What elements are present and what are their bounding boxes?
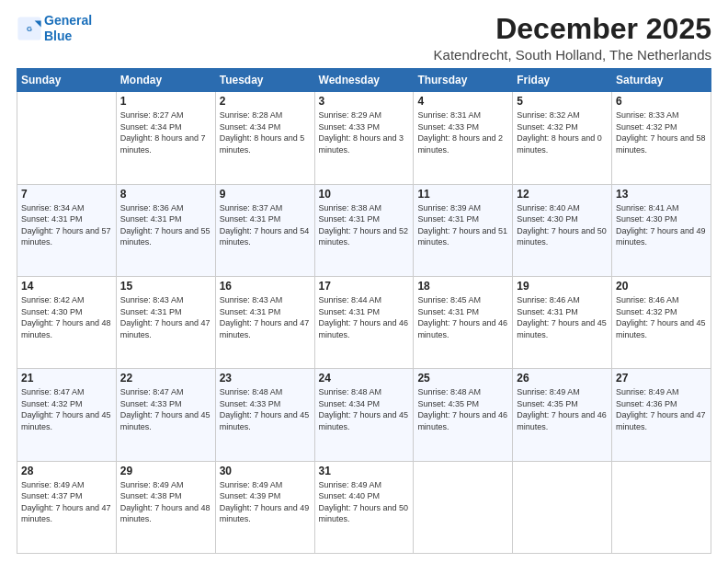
cell-sun-info: Sunrise: 8:27 AMSunset: 4:34 PMDaylight:… (120, 109, 211, 155)
cell-sun-info: Sunrise: 8:32 AMSunset: 4:32 PMDaylight:… (517, 109, 608, 155)
cell-sun-info: Sunrise: 8:49 AMSunset: 4:36 PMDaylight:… (616, 386, 707, 432)
title-block: December 2025 Katendrecht, South Holland… (434, 13, 711, 63)
calendar-cell: 30Sunrise: 8:49 AMSunset: 4:39 PMDayligh… (215, 461, 314, 553)
day-number: 18 (417, 280, 508, 293)
calendar-cell: 31Sunrise: 8:49 AMSunset: 4:40 PMDayligh… (314, 461, 414, 553)
day-number: 17 (319, 280, 410, 293)
cell-sun-info: Sunrise: 8:42 AMSunset: 4:30 PMDaylight:… (21, 294, 112, 340)
day-number: 30 (220, 465, 311, 477)
day-number: 1 (120, 95, 211, 108)
weekday-header-sunday: Sunday (17, 69, 117, 92)
cell-sun-info: Sunrise: 8:38 AMSunset: 4:31 PMDaylight:… (319, 202, 410, 248)
calendar-cell: 3Sunrise: 8:29 AMSunset: 4:33 PMDaylight… (314, 92, 414, 184)
day-number: 27 (616, 372, 707, 385)
day-number: 15 (120, 280, 211, 293)
page: G General Blue December 2025 Katendrecht… (0, 0, 728, 563)
weekday-header-row: SundayMondayTuesdayWednesdayThursdayFrid… (17, 69, 711, 92)
weekday-header-thursday: Thursday (414, 69, 513, 92)
cell-sun-info: Sunrise: 8:34 AMSunset: 4:31 PMDaylight:… (21, 202, 112, 248)
logo: G General Blue (17, 13, 92, 44)
day-number: 14 (21, 280, 112, 293)
calendar-cell: 28Sunrise: 8:49 AMSunset: 4:37 PMDayligh… (17, 461, 117, 553)
cell-sun-info: Sunrise: 8:49 AMSunset: 4:39 PMDaylight:… (220, 479, 311, 525)
day-number: 5 (517, 95, 608, 108)
weekday-header-friday: Friday (513, 69, 612, 92)
day-number: 11 (417, 188, 508, 201)
day-number: 8 (120, 188, 211, 201)
header: G General Blue December 2025 Katendrecht… (17, 13, 711, 63)
calendar-cell: 13Sunrise: 8:41 AMSunset: 4:30 PMDayligh… (612, 184, 711, 276)
weekday-header-tuesday: Tuesday (215, 69, 314, 92)
day-number: 3 (319, 95, 410, 108)
calendar-cell: 29Sunrise: 8:49 AMSunset: 4:38 PMDayligh… (116, 461, 215, 553)
day-number: 16 (220, 280, 311, 293)
cell-sun-info: Sunrise: 8:49 AMSunset: 4:38 PMDaylight:… (120, 479, 211, 525)
cell-sun-info: Sunrise: 8:46 AMSunset: 4:31 PMDaylight:… (517, 294, 608, 340)
calendar-cell: 8Sunrise: 8:36 AMSunset: 4:31 PMDaylight… (116, 184, 215, 276)
cell-sun-info: Sunrise: 8:28 AMSunset: 4:34 PMDaylight:… (220, 109, 311, 155)
logo-general: General (44, 13, 92, 28)
calendar-cell: 24Sunrise: 8:48 AMSunset: 4:34 PMDayligh… (314, 369, 414, 461)
day-number: 31 (319, 465, 410, 477)
day-number: 29 (120, 465, 211, 477)
calendar-cell: 25Sunrise: 8:48 AMSunset: 4:35 PMDayligh… (414, 369, 513, 461)
day-number: 12 (517, 188, 608, 201)
calendar-cell: 11Sunrise: 8:39 AMSunset: 4:31 PMDayligh… (414, 184, 513, 276)
calendar-cell: 20Sunrise: 8:46 AMSunset: 4:32 PMDayligh… (612, 276, 711, 368)
cell-sun-info: Sunrise: 8:40 AMSunset: 4:30 PMDaylight:… (517, 202, 608, 248)
calendar-cell: 16Sunrise: 8:43 AMSunset: 4:31 PMDayligh… (215, 276, 314, 368)
calendar-cell: 23Sunrise: 8:48 AMSunset: 4:33 PMDayligh… (215, 369, 314, 461)
calendar-cell: 12Sunrise: 8:40 AMSunset: 4:30 PMDayligh… (513, 184, 612, 276)
calendar-week-3: 14Sunrise: 8:42 AMSunset: 4:30 PMDayligh… (17, 276, 711, 368)
cell-sun-info: Sunrise: 8:44 AMSunset: 4:31 PMDaylight:… (319, 294, 410, 340)
weekday-header-saturday: Saturday (612, 69, 711, 92)
calendar-cell (17, 92, 117, 184)
calendar-week-2: 7Sunrise: 8:34 AMSunset: 4:31 PMDaylight… (17, 184, 711, 276)
calendar-cell: 2Sunrise: 8:28 AMSunset: 4:34 PMDaylight… (215, 92, 314, 184)
svg-text:G: G (27, 25, 32, 33)
cell-sun-info: Sunrise: 8:45 AMSunset: 4:31 PMDaylight:… (417, 294, 508, 340)
day-number: 2 (220, 95, 311, 108)
calendar-cell: 5Sunrise: 8:32 AMSunset: 4:32 PMDaylight… (513, 92, 612, 184)
day-number: 7 (21, 188, 112, 201)
cell-sun-info: Sunrise: 8:49 AMSunset: 4:35 PMDaylight:… (517, 386, 608, 432)
calendar-week-5: 28Sunrise: 8:49 AMSunset: 4:37 PMDayligh… (17, 461, 711, 553)
day-number: 26 (517, 372, 608, 385)
cell-sun-info: Sunrise: 8:37 AMSunset: 4:31 PMDaylight:… (220, 202, 311, 248)
cell-sun-info: Sunrise: 8:47 AMSunset: 4:32 PMDaylight:… (21, 386, 112, 432)
calendar-cell: 14Sunrise: 8:42 AMSunset: 4:30 PMDayligh… (17, 276, 117, 368)
day-number: 10 (319, 188, 410, 201)
calendar-cell: 4Sunrise: 8:31 AMSunset: 4:33 PMDaylight… (414, 92, 513, 184)
day-number: 19 (517, 280, 608, 293)
day-number: 24 (319, 372, 410, 385)
logo-blue: Blue (44, 29, 72, 43)
calendar-cell: 17Sunrise: 8:44 AMSunset: 4:31 PMDayligh… (314, 276, 414, 368)
day-number: 20 (616, 280, 707, 293)
calendar-cell: 26Sunrise: 8:49 AMSunset: 4:35 PMDayligh… (513, 369, 612, 461)
calendar-cell: 7Sunrise: 8:34 AMSunset: 4:31 PMDaylight… (17, 184, 117, 276)
cell-sun-info: Sunrise: 8:47 AMSunset: 4:33 PMDaylight:… (120, 386, 211, 432)
day-number: 25 (417, 372, 508, 385)
calendar-cell (612, 461, 711, 553)
calendar-cell: 18Sunrise: 8:45 AMSunset: 4:31 PMDayligh… (414, 276, 513, 368)
day-number: 13 (616, 188, 707, 201)
day-number: 4 (417, 95, 508, 108)
calendar-cell: 10Sunrise: 8:38 AMSunset: 4:31 PMDayligh… (314, 184, 414, 276)
cell-sun-info: Sunrise: 8:33 AMSunset: 4:32 PMDaylight:… (616, 109, 707, 155)
calendar-cell: 15Sunrise: 8:43 AMSunset: 4:31 PMDayligh… (116, 276, 215, 368)
calendar-cell: 21Sunrise: 8:47 AMSunset: 4:32 PMDayligh… (17, 369, 117, 461)
weekday-header-wednesday: Wednesday (314, 69, 414, 92)
cell-sun-info: Sunrise: 8:43 AMSunset: 4:31 PMDaylight:… (220, 294, 311, 340)
weekday-header-monday: Monday (116, 69, 215, 92)
day-number: 21 (21, 372, 112, 385)
calendar-cell: 22Sunrise: 8:47 AMSunset: 4:33 PMDayligh… (116, 369, 215, 461)
cell-sun-info: Sunrise: 8:48 AMSunset: 4:33 PMDaylight:… (220, 386, 311, 432)
cell-sun-info: Sunrise: 8:36 AMSunset: 4:31 PMDaylight:… (120, 202, 211, 248)
calendar-cell: 6Sunrise: 8:33 AMSunset: 4:32 PMDaylight… (612, 92, 711, 184)
calendar-week-1: 1Sunrise: 8:27 AMSunset: 4:34 PMDaylight… (17, 92, 711, 184)
cell-sun-info: Sunrise: 8:29 AMSunset: 4:33 PMDaylight:… (319, 109, 410, 155)
cell-sun-info: Sunrise: 8:46 AMSunset: 4:32 PMDaylight:… (616, 294, 707, 340)
day-number: 23 (220, 372, 311, 385)
month-title: December 2025 (434, 13, 711, 45)
calendar-cell: 1Sunrise: 8:27 AMSunset: 4:34 PMDaylight… (116, 92, 215, 184)
